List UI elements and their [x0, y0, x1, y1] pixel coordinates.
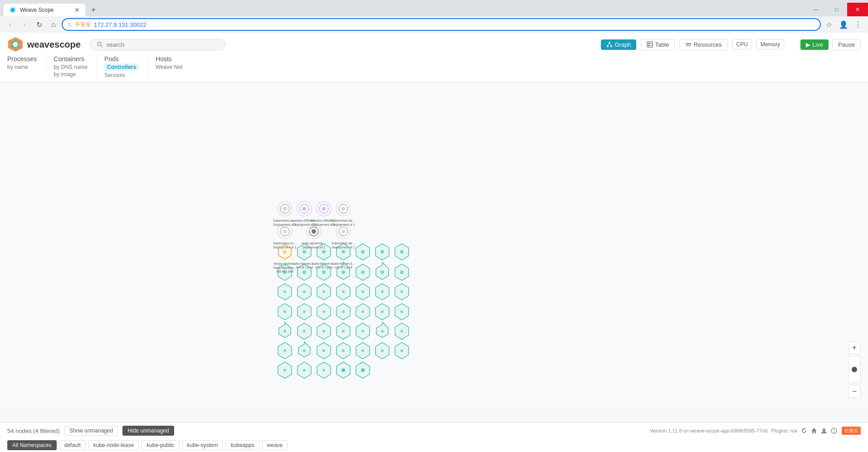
- teal-node-r5-4[interactable]: [336, 284, 350, 300]
- window-minimize-button[interactable]: ─: [805, 3, 826, 16]
- all-namespaces-button[interactable]: All Namespaces: [7, 440, 57, 450]
- window-maximize-button[interactable]: □: [826, 3, 847, 16]
- teal-node-6[interactable]: [395, 244, 409, 260]
- china-cloud-badge: 亿速云: [842, 427, 861, 435]
- new-tab-button[interactable]: +: [87, 4, 100, 16]
- svg-point-117: [823, 428, 825, 431]
- weave-namespace-button[interactable]: weave: [262, 440, 288, 450]
- address-input[interactable]: [94, 21, 815, 28]
- svg-point-104: [303, 350, 306, 352]
- teal-node-r9-1[interactable]: [278, 362, 292, 379]
- teal-node-r5-2[interactable]: [297, 284, 311, 300]
- tab-close-icon[interactable]: ✕: [74, 6, 80, 14]
- back-button[interactable]: ‹: [4, 18, 16, 31]
- processes-title[interactable]: Processes: [7, 54, 37, 63]
- account-icon[interactable]: 👤: [837, 18, 850, 31]
- graph-view-button[interactable]: Graph: [601, 39, 636, 50]
- zoom-out-button[interactable]: −: [848, 385, 861, 398]
- hosts-title[interactable]: Hosts: [156, 54, 182, 63]
- cpu-button[interactable]: CPU: [732, 39, 752, 49]
- default-namespace-button[interactable]: default: [59, 440, 86, 450]
- svg-point-85: [342, 291, 345, 293]
- teal-node-r8-1[interactable]: [278, 343, 292, 359]
- show-unmanaged-button[interactable]: Show unmanaged: [64, 426, 118, 436]
- teal-node-r6-3[interactable]: [317, 304, 331, 320]
- hide-unmanaged-button[interactable]: Hide unmanaged: [122, 426, 174, 436]
- kube-node-lease-button[interactable]: kube-node-lease: [88, 440, 139, 450]
- teal-node-r9-4[interactable]: [336, 362, 350, 379]
- home-button[interactable]: ⌂: [47, 18, 60, 31]
- teal-node-r6-6[interactable]: [375, 304, 389, 320]
- search-input[interactable]: [107, 41, 206, 48]
- teal-node-r7-5[interactable]: [356, 323, 370, 340]
- node-5[interactable]: kubernetes-co... Deployment of 1: [273, 224, 297, 249]
- teal-node-r8-4[interactable]: [336, 343, 350, 359]
- table-view-button[interactable]: Table: [641, 39, 675, 50]
- teal-node-r4-7[interactable]: [395, 264, 409, 281]
- home-icon[interactable]: [811, 428, 817, 434]
- resources-view-button[interactable]: Resources: [679, 39, 727, 50]
- containers-title[interactable]: Containers: [54, 54, 88, 63]
- pods-controllers[interactable]: Controllers: [104, 63, 139, 71]
- teal-node-r5-6[interactable]: [375, 284, 389, 300]
- node-count: 54 nodes (4 filtered): [7, 428, 60, 434]
- teal-node-r4-6[interactable]: [376, 262, 389, 280]
- teal-node-r9-5[interactable]: [356, 362, 370, 379]
- insecure-icon: ⚠: [67, 21, 72, 28]
- svg-point-76: [302, 271, 306, 274]
- graph-label: Graph: [614, 41, 631, 48]
- kubeapps-button[interactable]: kubeapps: [226, 440, 259, 450]
- active-tab[interactable]: Weave Scope ✕: [4, 4, 85, 16]
- teal-node-r7-1[interactable]: [279, 322, 291, 338]
- teal-node-r5-3[interactable]: [317, 284, 331, 300]
- teal-node-r6-2[interactable]: [297, 304, 311, 320]
- reload-button[interactable]: ↻: [33, 18, 45, 31]
- teal-node-r6-4[interactable]: [336, 304, 350, 320]
- bookmark-icon[interactable]: ☆: [823, 18, 835, 31]
- teal-node-5[interactable]: [375, 244, 389, 260]
- pods-services[interactable]: Services: [104, 72, 139, 79]
- teal-node-r4-5[interactable]: [356, 264, 370, 281]
- memory-button[interactable]: Memory: [756, 39, 784, 49]
- containers-by-dns[interactable]: by DNS name: [54, 63, 88, 71]
- refresh-icon[interactable]: [801, 428, 807, 434]
- user-icon[interactable]: [821, 428, 827, 434]
- teal-node-4[interactable]: [356, 244, 370, 260]
- teal-node-r7-2[interactable]: [297, 323, 311, 340]
- pause-button[interactable]: Pause: [832, 39, 861, 50]
- teal-node-r7-4[interactable]: [336, 323, 350, 340]
- window-close-button[interactable]: ✕: [847, 3, 868, 16]
- teal-node-r5-5[interactable]: [356, 284, 370, 300]
- teal-node-r7-7[interactable]: [395, 323, 409, 340]
- teal-node-r6-1[interactable]: [278, 304, 292, 320]
- teal-node-r8-3[interactable]: [317, 343, 331, 359]
- teal-node-r9-3[interactable]: [317, 362, 331, 379]
- teal-node-r5-1[interactable]: [278, 284, 292, 300]
- svg-point-114: [361, 369, 365, 372]
- kube-public-button[interactable]: kube-public: [141, 440, 179, 450]
- svg-point-88: [400, 291, 403, 293]
- forward-button[interactable]: ›: [18, 18, 31, 31]
- logo-icon: [7, 36, 24, 53]
- teal-node-r6-5[interactable]: [356, 304, 370, 320]
- teal-node-r9-2[interactable]: [297, 362, 311, 379]
- kube-system-button[interactable]: kube-system: [182, 440, 223, 450]
- hosts-weave-net[interactable]: Weave Net: [156, 63, 182, 71]
- containers-by-image[interactable]: by image: [54, 71, 88, 78]
- teal-node-r8-7[interactable]: [395, 343, 409, 359]
- zoom-in-button[interactable]: +: [848, 341, 861, 354]
- teal-node-r8-6[interactable]: [375, 343, 389, 359]
- help-icon[interactable]: ?: [831, 428, 837, 434]
- teal-node-r8-5[interactable]: [356, 343, 370, 359]
- processes-by-name[interactable]: by name: [7, 63, 37, 71]
- node-4[interactable]: kubernetes-da... Deployment of 1: [332, 202, 355, 227]
- teal-node-r7-3[interactable]: [317, 323, 331, 340]
- menu-icon[interactable]: ⋮: [852, 18, 864, 31]
- teal-node-r7-6[interactable]: [376, 322, 388, 338]
- teal-node-r6-7[interactable]: [395, 304, 409, 320]
- teal-node-r5-7[interactable]: [395, 284, 409, 300]
- zoom-track[interactable]: [848, 356, 861, 383]
- teal-node-r8-2[interactable]: [298, 342, 310, 357]
- live-button[interactable]: ▶ Live: [800, 39, 829, 50]
- pods-title[interactable]: Pods: [104, 54, 139, 63]
